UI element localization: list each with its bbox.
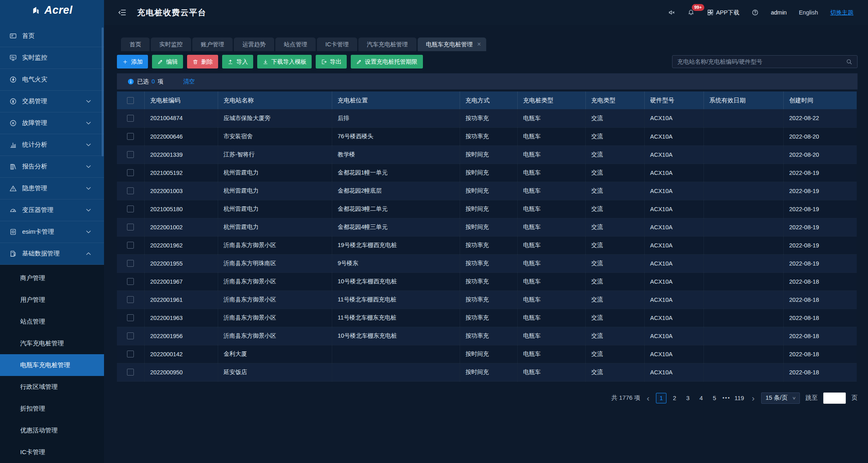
delete-button[interactable]: 删除 bbox=[187, 55, 218, 69]
sidebar-subitem[interactable]: 站点管理 bbox=[0, 311, 104, 332]
row-checkbox[interactable] bbox=[127, 278, 134, 285]
import-button[interactable]: 导入 bbox=[222, 55, 253, 69]
sidebar-item-report-analysis[interactable]: 报告分析 bbox=[0, 156, 104, 178]
sidebar-item-home[interactable]: 首页 bbox=[0, 25, 104, 47]
clear-selection-link[interactable]: 清空 bbox=[183, 78, 195, 85]
jump-page-input[interactable] bbox=[823, 392, 846, 404]
row-checkbox[interactable] bbox=[127, 242, 134, 249]
set-trusteeship-period-button[interactable]: 设置充电桩托管期限 bbox=[351, 55, 423, 69]
next-page-arrow[interactable]: › bbox=[751, 394, 756, 402]
sidebar-subitem[interactable]: 用户管理 bbox=[0, 289, 104, 311]
sidebar-subitem[interactable]: 电瓶车充电桩管理 bbox=[0, 354, 104, 376]
table-cell: 交流 bbox=[585, 127, 644, 145]
sidebar-collapse-icon[interactable] bbox=[118, 8, 127, 17]
table-row[interactable]: 2021005180杭州雷霆电力金都花园3幢二单元按时间充电瓶车交流ACX10A… bbox=[117, 200, 857, 218]
table-row[interactable]: 2022001963沂南县东方御景小区11号楼北车棚东充电桩按功率充电瓶车交流A… bbox=[117, 309, 857, 327]
page-ellipsis[interactable]: ••• bbox=[722, 395, 731, 401]
table-cell: 2022000142 bbox=[144, 345, 218, 363]
page-size-select[interactable]: 15 条/页 ∨ bbox=[761, 392, 800, 404]
sidebar-subitem[interactable]: 折扣管理 bbox=[0, 398, 104, 419]
table-row[interactable]: 2022001961沂南县东方御景小区11号楼北车棚西充电桩按功率充电瓶车交流A… bbox=[117, 291, 857, 309]
sidebar-item-base-data-mgmt[interactable]: 基础数据管理 bbox=[0, 243, 104, 265]
sidebar-subitem[interactable]: 商户管理 bbox=[0, 267, 104, 289]
row-checkbox[interactable] bbox=[127, 206, 134, 212]
theme-switch-link[interactable]: 切换主题 bbox=[830, 9, 853, 17]
prev-page-arrow[interactable]: ‹ bbox=[646, 394, 650, 402]
sidebar-item-stats-analysis[interactable]: 统计分析 bbox=[0, 134, 104, 156]
table-row[interactable]: 2022001002杭州雷霆电力金都花园4幢三单元按时间充电瓶车交流ACX10A… bbox=[117, 218, 857, 236]
page-number[interactable]: 3 bbox=[683, 393, 693, 403]
sidebar-subitem[interactable]: 优惠活动管理 bbox=[0, 419, 104, 441]
tab[interactable]: 运营趋势 bbox=[234, 37, 274, 51]
export-button[interactable]: 导出 bbox=[316, 55, 347, 69]
table-row[interactable]: 2022001339江苏-智将行教学楼按时间充电瓶车交流ACX10A2022-0… bbox=[117, 145, 857, 164]
sidebar-item-fault-mgmt[interactable]: 故障管理 bbox=[0, 112, 104, 134]
sidebar: Acrel 首页实时监控电气火灾交易管理故障管理统计分析报告分析隐患管理变压器管… bbox=[0, 0, 104, 463]
table-cell: 教学楼 bbox=[332, 145, 460, 164]
row-checkbox[interactable] bbox=[127, 115, 134, 122]
speaker-muted-icon[interactable] bbox=[668, 9, 675, 16]
notifications-button[interactable]: 99+ bbox=[687, 8, 695, 17]
table-cell: 2022-08-18 bbox=[783, 327, 857, 345]
tab[interactable]: IC卡管理 bbox=[317, 37, 357, 51]
row-checkbox[interactable] bbox=[127, 332, 134, 339]
tab[interactable]: 站点管理 bbox=[275, 37, 316, 51]
sidebar-subitem[interactable]: IC卡管理 bbox=[0, 441, 104, 463]
search-icon[interactable] bbox=[846, 58, 852, 65]
add-button[interactable]: 添加 bbox=[117, 55, 148, 69]
tab-label: 运营趋势 bbox=[242, 41, 266, 48]
table-row[interactable]: 2021004874应城市保险大厦旁后排按功率充电瓶车交流ACX10A2022-… bbox=[117, 109, 857, 127]
table-row[interactable]: 2022001962沂南县东方御景小区19号楼北车棚西充电桩按功率充电瓶车交流A… bbox=[117, 236, 857, 254]
row-checkbox[interactable] bbox=[127, 260, 134, 267]
table-cell: 2021005180 bbox=[144, 200, 218, 218]
row-checkbox[interactable] bbox=[127, 369, 134, 376]
tab[interactable]: 账户管理 bbox=[192, 37, 233, 51]
tab[interactable]: 实时监控 bbox=[151, 37, 191, 51]
sidebar-subitem[interactable]: 行政区域管理 bbox=[0, 376, 104, 398]
row-checkbox[interactable] bbox=[127, 133, 134, 140]
sidebar-item-esim-card-mgmt[interactable]: esim卡管理 bbox=[0, 221, 104, 243]
row-checkbox[interactable] bbox=[127, 296, 134, 303]
app-download-button[interactable]: APP下载 bbox=[707, 9, 739, 17]
page-number[interactable]: 1 bbox=[656, 393, 666, 403]
sidebar-item-electric-fire[interactable]: 电气火灾 bbox=[0, 69, 104, 91]
sidebar-item-hazard-mgmt[interactable]: 隐患管理 bbox=[0, 178, 104, 199]
row-checkbox[interactable] bbox=[127, 351, 134, 357]
table-row[interactable]: 2022001967沂南县东方御景小区10号楼北车棚西充电桩按功率充电瓶车交流A… bbox=[117, 272, 857, 291]
table-row[interactable]: 2021005192杭州雷霆电力金都花园1幢一单元按时间充电瓶车交流ACX10A… bbox=[117, 164, 857, 182]
page-number[interactable]: 5 bbox=[709, 393, 720, 403]
table-cell: 2022-08-20 bbox=[783, 145, 857, 164]
table-row[interactable]: 2022000646市安装宿舍76号楼西楼头按功率充电瓶车交流ACX10A202… bbox=[117, 127, 857, 145]
sidebar-item-transformer-mgmt[interactable]: 变压器管理 bbox=[0, 199, 104, 221]
sidebar-item-realtime-monitor[interactable]: 实时监控 bbox=[0, 47, 104, 69]
row-checkbox[interactable] bbox=[127, 169, 134, 176]
sidebar-item-trade-mgmt[interactable]: 交易管理 bbox=[0, 91, 104, 112]
sidebar-subitem[interactable]: 汽车充电桩管理 bbox=[0, 332, 104, 354]
row-checkbox[interactable] bbox=[127, 151, 134, 158]
row-checkbox[interactable] bbox=[127, 187, 134, 194]
tab-close-icon[interactable]: × bbox=[477, 41, 481, 48]
tab[interactable]: 电瓶车充电桩管理× bbox=[418, 37, 486, 51]
table-row[interactable]: 2022000142金利大厦按时间充电瓶车交流ACX10A2022-08-18 bbox=[117, 345, 857, 363]
logo[interactable]: Acrel bbox=[0, 0, 104, 21]
select-all-checkbox[interactable] bbox=[127, 97, 134, 104]
table-row[interactable]: 2022000950延安饭店按时间充电瓶车交流ACX10A2022-08-18 bbox=[117, 363, 857, 381]
user-menu[interactable]: admin bbox=[771, 9, 787, 16]
help-circle-icon[interactable] bbox=[751, 9, 759, 16]
row-checkbox[interactable] bbox=[127, 224, 134, 230]
search-input[interactable] bbox=[677, 58, 846, 65]
row-checkbox[interactable] bbox=[127, 314, 134, 321]
table-row[interactable]: 2022001003杭州雷霆电力金都花园2幢底层按时间充电瓶车交流ACX10A2… bbox=[117, 182, 857, 200]
tab[interactable]: 首页 bbox=[121, 37, 150, 51]
download-template-button[interactable]: 下载导入模板 bbox=[257, 55, 312, 69]
tab[interactable]: 汽车充电桩管理 bbox=[358, 37, 416, 51]
page-number[interactable]: 2 bbox=[669, 393, 680, 403]
sidebar-scrollbar[interactable] bbox=[102, 27, 104, 156]
page-number[interactable]: 4 bbox=[696, 393, 706, 403]
last-page-number[interactable]: 119 bbox=[733, 393, 745, 403]
language-switch[interactable]: English bbox=[799, 9, 818, 16]
edit-button[interactable]: 编辑 bbox=[152, 55, 183, 69]
app-grid-icon bbox=[707, 9, 714, 16]
table-row[interactable]: 2022001955沂南县东方明珠南区9号楼东按功率充电瓶车交流ACX10A20… bbox=[117, 254, 857, 272]
table-row[interactable]: 2022001956沂南县东方御景小区10号楼北车棚东充电桩按功率充电瓶车交流A… bbox=[117, 327, 857, 345]
